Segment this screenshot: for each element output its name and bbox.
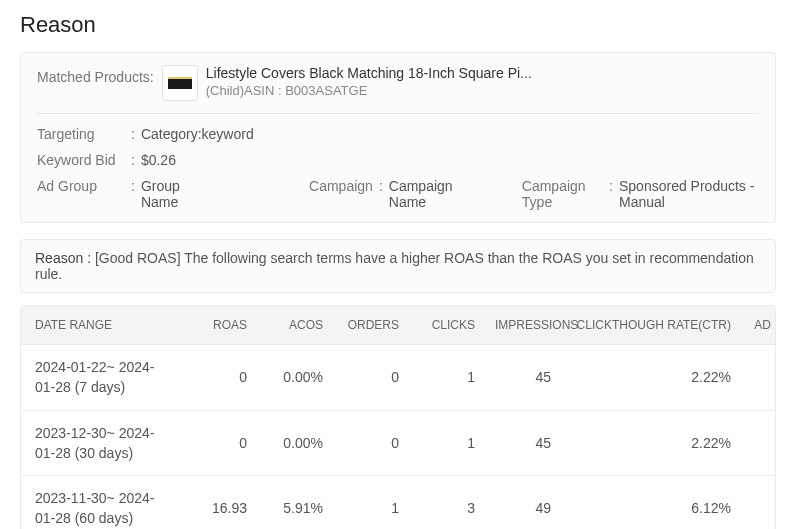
cell-acos: 0.00% [257,410,333,476]
col-impressions: IMPRESSIONS [485,306,561,345]
table-row: 2023-11-30~ 2024-01-28 (60 days) 16.93 5… [21,476,776,529]
table-row: 2024-01-22~ 2024-01-28 (7 days) 0 0.00% … [21,345,776,411]
cell-acos: 5.91% [257,476,333,529]
campaign-type-field: Campaign Type : Sponsored Products - Man… [522,178,759,210]
col-ad: AD [741,306,776,345]
product-asin: (Child)ASIN : B003ASATGE [206,83,532,98]
product-thumbnail [162,65,198,101]
cell-orders: 1 [333,476,409,529]
targeting-field: Targeting : Category:keyword [37,126,254,142]
keyword-bid-label: Keyword Bid [37,152,125,168]
cell-ad [741,345,776,411]
cell-orders: 0 [333,345,409,411]
col-clicks: CLICKS [409,306,485,345]
col-acos: ACOS [257,306,333,345]
cell-clicks: 3 [409,476,485,529]
targeting-value: Category:keyword [141,126,254,142]
cell-acos: 0.00% [257,345,333,411]
campaign-label: Campaign [309,178,373,194]
cell-impressions: 45 [485,410,561,476]
keyword-bid-value: $0.26 [141,152,176,168]
cell-impressions: 45 [485,345,561,411]
reason-bar: Reason : [Good ROAS] The following searc… [20,239,776,293]
targeting-label: Targeting [37,126,125,142]
ad-group-value: Group Name [141,178,209,210]
cell-date-range: 2023-11-30~ 2024-01-28 (60 days) [21,476,181,529]
col-date-range: DATE RANGE [21,306,181,345]
cell-roas: 0 [181,410,257,476]
campaign-type-label: Campaign Type [522,178,603,210]
cell-clicks: 1 [409,345,485,411]
cell-roas: 0 [181,345,257,411]
ad-group-field: Ad Group : Group Name [37,178,209,210]
keyword-bid-field: Keyword Bid : $0.26 [37,152,176,168]
cell-orders: 0 [333,410,409,476]
cell-ad [741,410,776,476]
ad-group-label: Ad Group [37,178,125,194]
cell-ctr: 6.12% [561,476,741,529]
cell-impressions: 49 [485,476,561,529]
matched-products-label: Matched Products: [37,65,154,85]
campaign-type-value: Sponsored Products - Manual [619,178,759,210]
cell-ctr: 2.22% [561,410,741,476]
table-body: 2024-01-22~ 2024-01-28 (7 days) 0 0.00% … [21,345,776,530]
table-header-row: DATE RANGE ROAS ACOS ORDERS CLICKS IMPRE… [21,306,776,345]
cell-date-range: 2024-01-22~ 2024-01-28 (7 days) [21,345,181,411]
product-title: Lifestyle Covers Black Matching 18-Inch … [206,65,532,81]
campaign-field: Campaign : Campaign Name [309,178,482,210]
cell-ctr: 2.22% [561,345,741,411]
col-orders: ORDERS [333,306,409,345]
info-grid: Targeting : Category:keyword Keyword Bid… [37,126,759,210]
cell-ad [741,476,776,529]
matched-products-row: Matched Products: Lifestyle Covers Black… [37,65,759,114]
reason-label: Reason : [35,250,91,266]
table-row: 2023-12-30~ 2024-01-28 (30 days) 0 0.00%… [21,410,776,476]
metrics-table: DATE RANGE ROAS ACOS ORDERS CLICKS IMPRE… [21,306,776,529]
details-card: Matched Products: Lifestyle Covers Black… [20,52,776,223]
reason-text: [Good ROAS] The following search terms h… [35,250,754,282]
product-info: Lifestyle Covers Black Matching 18-Inch … [206,65,532,98]
col-roas: ROAS [181,306,257,345]
cell-date-range: 2023-12-30~ 2024-01-28 (30 days) [21,410,181,476]
product-image-icon [168,77,192,89]
col-ctr: CLICKTHOUGH RATE(CTR) [561,306,741,345]
metrics-table-wrap[interactable]: DATE RANGE ROAS ACOS ORDERS CLICKS IMPRE… [20,305,776,529]
cell-clicks: 1 [409,410,485,476]
campaign-value: Campaign Name [389,178,482,210]
cell-roas: 16.93 [181,476,257,529]
page-title: Reason [20,12,776,38]
